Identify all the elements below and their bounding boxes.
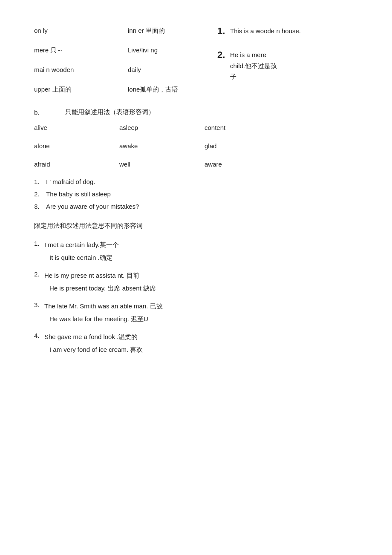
pred-word-2: asleep: [119, 124, 205, 131]
usage-text: She gave me a fond look .温柔的: [44, 332, 138, 342]
pred-word-3: content: [205, 124, 290, 131]
vocab-col2-row1: inn er 里面的: [128, 26, 213, 36]
vocab-col2-row4: lone孤单的，古语: [128, 84, 213, 95]
vocab-col2-row2: Live/livi ng: [128, 45, 213, 55]
ex-text: I ' mafraid of dog.: [46, 178, 95, 185]
usage-num: 2.: [34, 270, 44, 278]
vocab-col1-row4: upper 上面的: [34, 84, 128, 95]
vocab-word: daily: [128, 66, 141, 73]
usage-main-4: 4. She gave me a fond look .温柔的: [34, 332, 358, 342]
usage-main-1: 1. I met a certain lady.某一个: [34, 240, 358, 250]
usage-num: 3.: [34, 301, 44, 308]
example-3: 3. Are you aware of your mistakes?: [34, 203, 358, 210]
vocab-col1-row2: mere 只～: [34, 45, 128, 55]
usage-item-1: 1. I met a certain lady.某一个 It is quite …: [34, 240, 358, 263]
ex-num: 3.: [34, 203, 46, 210]
ex-num: 1.: [34, 178, 46, 185]
usage-num: 1.: [34, 240, 44, 247]
usage-sub-2: He is present today. 出席 absent 缺席: [34, 283, 358, 293]
vocab-word: Live/livi ng: [128, 46, 158, 54]
pred-word-1: alive: [34, 124, 119, 131]
item-text: He is a merechild.他不过是孩子: [230, 49, 277, 82]
vocab-word: mai n wooden: [34, 66, 74, 73]
item-number: 1.: [217, 26, 228, 37]
pred-word-4: alone: [34, 142, 119, 150]
example-2: 2. The baby is still asleep: [34, 190, 358, 198]
usage-main-2: 2. He is my prese nt assista nt. 目前: [34, 270, 358, 281]
vocab-col1-row1: on ly: [34, 26, 128, 36]
pred-word-6: glad: [205, 142, 290, 150]
usage-sub-3: He was late for the meeting. 迟至U: [34, 314, 358, 324]
ex-num: 2.: [34, 190, 46, 198]
vocab-col2: inn er 里面的 Live/livi ng daily lone孤单的，古语: [128, 26, 213, 104]
section-b: b. 只能用叙述用法（表语形容词） alive asleep content a…: [34, 108, 358, 210]
vocab-section: on ly mere 只～ mai n wooden upper 上面的 inn…: [34, 26, 358, 104]
vocab-word: mere 只～: [34, 46, 63, 54]
usage-main-3: 3. The late Mr. Smith was an able man. 已…: [34, 301, 358, 311]
usage-text: I met a certain lady.某一个: [44, 240, 119, 250]
usage-item-2: 2. He is my prese nt assista nt. 目前 He i…: [34, 270, 358, 293]
usage-num: 4.: [34, 332, 44, 339]
ex-text: Are you aware of your mistakes?: [46, 203, 139, 210]
vocab-word: lone孤单的，古语: [128, 86, 178, 93]
vocab-col2-row3: daily: [128, 65, 213, 75]
divider-section: 限定用法和叙述用法意思不同的形容词: [34, 222, 358, 232]
usage-item-4: 4. She gave me a fond look .温柔的 I am ver…: [34, 332, 358, 355]
pred-word-9: aware: [205, 161, 290, 168]
predicative-grid: alive asleep content alone awake glad af…: [34, 124, 358, 175]
usage-text: The late Mr. Smith was an able man. 已故: [44, 301, 163, 311]
divider-title: 限定用法和叙述用法意思不同的形容词: [34, 222, 143, 229]
vocab-word: inn er 里面的: [128, 27, 165, 34]
usage-item-3: 3. The late Mr. Smith was an able man. 已…: [34, 301, 358, 324]
vocab-word: on ly: [34, 27, 48, 34]
section-b-header: b. 只能用叙述用法（表语形容词）: [34, 108, 358, 116]
vocab-col1-row3: mai n wooden: [34, 65, 128, 75]
b-label: b.: [34, 109, 40, 116]
usage-sub-1: It is quite certain .确定: [34, 253, 358, 263]
pred-word-7: afraid: [34, 161, 119, 168]
vocab-word: upper 上面的: [34, 86, 72, 93]
item-number: 2.: [217, 49, 228, 60]
item-text: This is a woode n house.: [230, 26, 301, 37]
right-item-1: 1. This is a woode n house.: [217, 26, 358, 37]
ex-text: The baby is still asleep: [46, 190, 111, 198]
examples-section: 1. I ' mafraid of dog. 2. The baby is st…: [34, 178, 358, 210]
pred-word-8: well: [119, 161, 205, 168]
usage-sub-4: I am very fond of ice cream. 喜欢: [34, 345, 358, 355]
pred-word-5: awake: [119, 142, 205, 150]
right-item-2: 2. He is a merechild.他不过是孩子: [217, 49, 358, 82]
usage-text: He is my prese nt assista nt. 目前: [44, 270, 139, 281]
vocab-col1: on ly mere 只～ mai n wooden upper 上面的: [34, 26, 128, 104]
vocab-right: 1. This is a woode n house. 2. He is a m…: [213, 26, 358, 104]
usage-list: 1. I met a certain lady.某一个 It is quite …: [34, 240, 358, 355]
example-1: 1. I ' mafraid of dog.: [34, 178, 358, 185]
b-title: 只能用叙述用法（表语形容词）: [65, 108, 155, 116]
